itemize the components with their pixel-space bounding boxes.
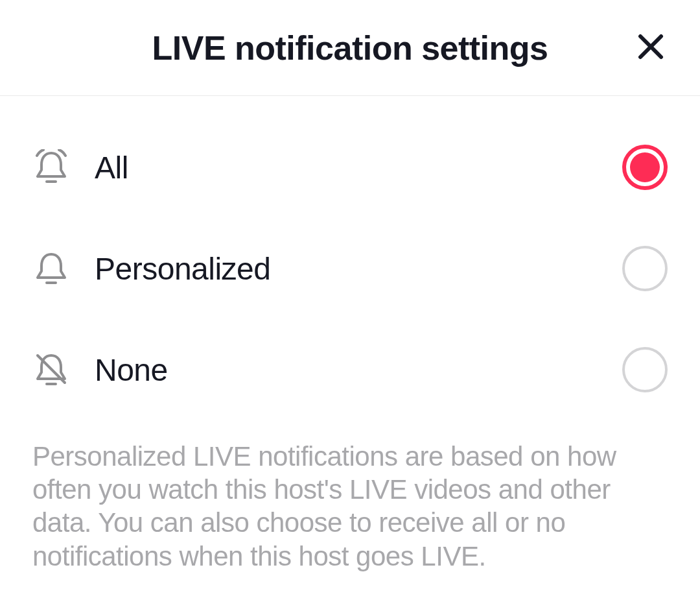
option-none-label: None bbox=[95, 352, 622, 388]
option-all[interactable]: All bbox=[32, 117, 668, 218]
radio-personalized[interactable] bbox=[622, 246, 668, 291]
bell-icon bbox=[32, 250, 70, 287]
sheet-header: LIVE notification settings bbox=[0, 0, 700, 96]
bell-off-icon bbox=[32, 351, 70, 389]
option-all-label: All bbox=[95, 150, 622, 186]
bell-ringing-icon bbox=[32, 149, 70, 186]
close-icon bbox=[636, 32, 665, 63]
notification-settings-sheet: LIVE notification settings All bbox=[0, 0, 700, 573]
settings-description: Personalized LIVE notifications are base… bbox=[0, 420, 700, 573]
option-none[interactable]: None bbox=[32, 319, 668, 420]
close-button[interactable] bbox=[633, 30, 669, 66]
radio-all[interactable] bbox=[622, 145, 668, 190]
radio-none[interactable] bbox=[622, 347, 668, 392]
options-list: All Personalized None bbox=[0, 117, 700, 420]
sheet-title: LIVE notification settings bbox=[152, 29, 548, 67]
option-personalized[interactable]: Personalized bbox=[32, 218, 668, 319]
option-personalized-label: Personalized bbox=[95, 251, 622, 287]
